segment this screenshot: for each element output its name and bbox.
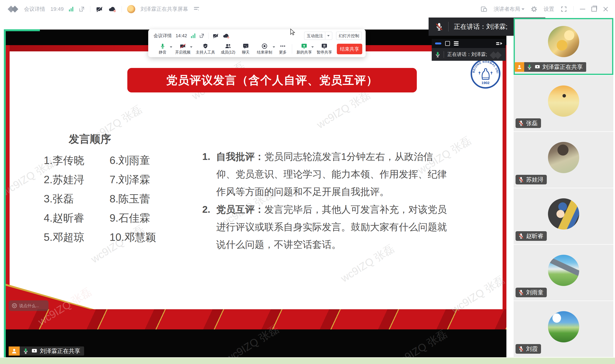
- sharing-status-text: 刘泽霖正在共享屏幕: [141, 6, 188, 13]
- order-item: 1.李传晓: [44, 151, 84, 170]
- end-share-button[interactable]: 结束共享: [337, 44, 362, 54]
- participant-name-badge: 刘雨童: [516, 288, 547, 297]
- network-signal-icon: [69, 7, 73, 12]
- expand-icon: [496, 42, 502, 45]
- slide-title-banner: 党员评议发言（含个人自评、党员互评）: [127, 68, 417, 92]
- point-item: 2. 党员互评：发言完毕后，其他人可发言补充，对该党员进行评议或联系自身实际发言…: [202, 201, 450, 253]
- open-external-icon[interactable]: [79, 6, 85, 12]
- avatar: [548, 255, 579, 286]
- slide-title: 党员评议发言（含个人自评、党员互评）: [166, 73, 378, 88]
- members-button[interactable]: 成员(12): [218, 43, 238, 55]
- participant-tile-liuyutong[interactable]: 刘雨童: [514, 245, 613, 301]
- point-number: 2.: [202, 201, 216, 253]
- mute-button[interactable]: 静音: [153, 43, 173, 55]
- order-item: 5.邓超琼: [44, 228, 84, 247]
- captured-floating-panel: 正在讲话：刘泽霖;: [432, 39, 506, 61]
- order-item: 7.刘泽霖: [109, 170, 156, 189]
- participant-tile-suwaxun[interactable]: 苏娃浔: [514, 132, 613, 188]
- captured-speaking-banner: 正在讲话：刘泽霖;: [432, 48, 506, 61]
- point-number: 1.: [202, 148, 216, 200]
- minimize-button[interactable]: [580, 9, 585, 9]
- recording-off-icon[interactable]: [96, 6, 103, 13]
- settings-button[interactable]: 设置: [544, 6, 554, 13]
- order-item: 6.刘雨童: [109, 151, 156, 170]
- avatar: [548, 311, 579, 342]
- share-list-icon[interactable]: [193, 6, 200, 12]
- university-seal-logo: BEIJING NORMAL UNIVERSITY 1902: [470, 59, 501, 89]
- layout-selector[interactable]: 演讲者布局: [494, 6, 524, 13]
- speaking-label: 正在讲话：: [447, 52, 471, 57]
- chat-button[interactable]: 聊天: [238, 43, 254, 55]
- mic-on-icon: [23, 348, 29, 354]
- host-tools-button[interactable]: 主持人工具: [193, 43, 218, 55]
- order-item: 3.张磊: [44, 189, 84, 208]
- watermark: wc9IZQ 张磊: [314, 88, 373, 132]
- point-lead: 自我批评：: [216, 151, 264, 162]
- order-column-1: 1.李传晓 2.苏娃浔 3.张磊 4.赵昕睿 5.邓超琼: [44, 151, 84, 247]
- meeting-detail-button[interactable]: 会议详情: [24, 6, 45, 13]
- participant-tile-zhanglei[interactable]: 张磊: [514, 75, 613, 131]
- participant-name: 张磊: [526, 119, 538, 127]
- start-video-button[interactable]: 开启视频: [173, 43, 193, 55]
- host-icon: [9, 347, 20, 356]
- point-item: 1. 自我批评：党员同志轮流发言1分钟左右，从政治信仰、党员意识、理论学习、能力…: [202, 148, 450, 200]
- participant-name-badge: 赵昕睿: [516, 231, 547, 241]
- share-toolbar: 会议详情 14:42 互动批注 幻灯片控制: [148, 29, 366, 57]
- screen-share-icon: [31, 348, 38, 354]
- share-border-left: [4, 29, 6, 357]
- participant-name-badge: 苏娃浔: [516, 175, 547, 184]
- chevron-down-icon: [273, 46, 275, 48]
- captured-panel-titlebar: [432, 39, 506, 48]
- shared-screen-stage: wc9IZQ 张磊 wc9IZQ 张磊 wc9IZQ 张磊 wc9IZQ 张磊 …: [6, 29, 507, 357]
- avatar: [548, 85, 579, 117]
- mic-muted-icon: [518, 346, 524, 352]
- app-topbar: 会议详情 19:49 刘泽霖正在共享屏幕: [0, 0, 615, 18]
- annotate-button[interactable]: 互动批注: [304, 32, 332, 40]
- chevron-down-icon: [190, 46, 192, 48]
- toolbar-time: 14:42: [176, 33, 187, 39]
- toolbar-meeting-detail[interactable]: 会议详情: [154, 33, 172, 39]
- network-signal-icon: [191, 33, 195, 38]
- participant-tile-zhaoxinrui[interactable]: 赵昕睿: [514, 188, 613, 244]
- mic-muted-icon: [518, 289, 524, 296]
- cloud-record-icon[interactable]: [222, 33, 230, 39]
- stop-record-button[interactable]: 结束录制: [254, 43, 276, 55]
- taskbar-strip: [0, 358, 615, 364]
- participant-tile-liuzelin[interactable]: 刘泽霖正在共享: [514, 18, 613, 75]
- participant-name: 刘雨童: [526, 289, 543, 296]
- sharer-avatar: [127, 5, 135, 13]
- mic-on-icon: [435, 51, 441, 58]
- logo-year: 1902: [481, 81, 489, 85]
- fullscreen-icon[interactable]: [561, 6, 567, 13]
- order-item: 10.邓慧颖: [109, 228, 156, 247]
- mic-muted-icon: [518, 233, 524, 239]
- recording-off-icon[interactable]: [212, 33, 219, 39]
- mic-muted-icon: [435, 22, 443, 31]
- participant-name: 苏娃浔: [526, 176, 543, 183]
- participant-name-badge: 张磊: [516, 118, 541, 128]
- chat-quick-input[interactable]: 说点什么...: [9, 300, 49, 311]
- chat-placeholder: 说点什么...: [19, 303, 39, 309]
- sharer-badge: 刘泽霖正在共享: [9, 347, 84, 356]
- mouse-cursor: [289, 28, 296, 38]
- slide-right-band: [503, 45, 507, 329]
- gear-icon: [531, 6, 537, 13]
- screen-share-icon: [535, 64, 540, 70]
- share-border-top: [4, 29, 40, 31]
- avatar: [548, 142, 579, 173]
- slide-control-button[interactable]: 幻灯片控制: [336, 32, 362, 40]
- participant-name: 赵昕睿: [526, 232, 543, 240]
- list-icon: [454, 41, 459, 46]
- close-button[interactable]: [603, 6, 608, 12]
- open-external-icon[interactable]: [199, 33, 204, 39]
- speaking-label: 正在讲话：: [454, 23, 486, 30]
- restore-button[interactable]: [591, 7, 597, 12]
- cloud-record-icon[interactable]: [108, 6, 116, 13]
- participant-tile-liuxia[interactable]: 刘霞: [514, 301, 613, 357]
- pause-share-button[interactable]: 暂停共享: [314, 43, 334, 55]
- more-button[interactable]: 更多: [276, 43, 290, 55]
- speaking-name: 刘泽霖;: [486, 23, 508, 30]
- new-share-button[interactable]: 新的共享: [294, 43, 314, 55]
- chevron-down-icon: [170, 46, 172, 48]
- order-column-2: 6.刘雨童 7.刘泽霖 8.陈玉蕾 9.石佳霖 10.邓慧颖: [109, 151, 156, 247]
